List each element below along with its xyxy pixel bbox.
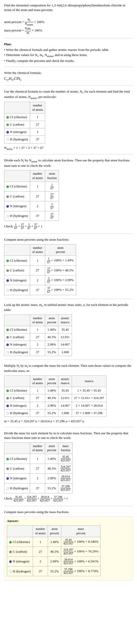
af-col-frac: atomfraction (45, 170, 59, 182)
dot-c-am (6, 336, 9, 339)
mm-pct-cl: 1.49% (45, 387, 58, 394)
ap-elem-n: N (nitrogen) (4, 275, 30, 285)
table-row: H (hydrogen) 37 3767 (4, 211, 59, 221)
mm-amass-cl: 35.45 (58, 387, 72, 394)
mf-col-atoms: numberof atoms (30, 442, 45, 454)
af-col-atoms: numberof atoms (30, 170, 45, 182)
ap-count-cl: 1 (30, 256, 45, 265)
table-row: C (carbon) 27 40.3% 12.011 (4, 334, 72, 341)
mpf-elem-c: C (carbon) (7, 547, 33, 557)
atom-fraction-section: Divide each Ni by Natoms to calculate at… (4, 158, 133, 230)
count-h: 37 (30, 136, 45, 143)
mass-percent-final-intro: Compute mass percents using the mass fra… (4, 510, 133, 514)
am-pct-h: 55.2% (45, 348, 58, 356)
table-row: H (hydrogen) 37 55.2% 37.296425.057 (4, 483, 73, 493)
mf-frac-c: 324.297425.057 (58, 464, 73, 473)
am-pct-c: 40.3% (45, 334, 58, 341)
divider-1 (4, 38, 133, 38)
divider-9 (4, 506, 133, 506)
dot-c-af (6, 195, 9, 198)
mpf-apct-cl: 1.49% (48, 537, 61, 547)
atomic-mass-table: numberof atoms atompercent atomicmass/u … (4, 315, 72, 356)
mass-fraction-section: Divide the mass for each element by m to… (4, 431, 133, 502)
table-row: N (nitrogen) 2 2.99% 28.014425.057 (4, 473, 73, 483)
dot-n-mpf (9, 560, 12, 563)
dot-c-mm (6, 397, 9, 399)
af-frac-c: 2767 (45, 191, 59, 201)
am-col-elem (4, 315, 30, 326)
dot-h (6, 138, 9, 141)
am-count-c: 27 (30, 334, 45, 341)
mpf-apct-n: 2.99% (48, 557, 61, 566)
mf-col-frac: massfraction (58, 442, 73, 454)
dot-cl-mm (6, 390, 9, 392)
mol-mass-intro: Multiply Ni by mi to compute the mass fo… (4, 363, 133, 373)
table-row: H (hydrogen) 37 55.2% 1.008 (4, 348, 72, 356)
mf-count-c: 27 (30, 464, 45, 473)
mf-check: Check: 35.45425.057 + 324.297425.057 + 2… (4, 495, 133, 502)
atomic-mass-intro: Look up the atomic mass, mi, in unified … (4, 303, 133, 313)
mpf-col-masspct: masspercent (61, 526, 101, 537)
table-row: N (nitrogen) 2 (4, 128, 45, 136)
mm-col-amass: atomicmass/u (58, 375, 72, 387)
mol-mass-section: Multiply Ni by mi to compute the mass fo… (4, 363, 133, 424)
formula-title: Write the chemical formula: (4, 71, 133, 75)
mm-col-pct: atompercent (45, 375, 58, 387)
af-elem-h: H (hydrogen) (4, 211, 30, 221)
count-c: 27 (30, 121, 45, 128)
ap-col-elem (4, 244, 30, 256)
am-elem-cl: Cl (chlorine) (4, 326, 30, 334)
mm-elem-c: C (carbon) (4, 394, 30, 402)
mm-elem-cl: Cl (chlorine) (4, 387, 30, 394)
mf-count-n: 2 (30, 473, 45, 483)
mass-percent-final-table: numberof atoms atompercent masspercent C… (7, 525, 101, 576)
atom-percent-intro: Compute atom percents using the atom fra… (4, 237, 133, 242)
table-row: N (nitrogen) 2 267 × 100% = 2.99% (4, 275, 76, 285)
plan-step-2: Determine values for Ni, mi, Natoms, and… (4, 53, 133, 58)
table-row: H (hydrogen) 37 3767 × 100% = 55.2% (4, 285, 76, 295)
mm-total: m = 35.45 u + 324.297 u + 28.014 u + 37.… (4, 419, 133, 424)
dot-h-am (6, 351, 9, 354)
mf-elem-n: N (nitrogen) (4, 473, 30, 483)
af-count-h: 37 (30, 211, 45, 221)
mf-col-elem (4, 442, 30, 454)
mf-frac-cl: 35.45425.057 (58, 454, 73, 464)
plan-list: Write the chemical formula and gather at… (4, 48, 133, 63)
am-pct-n: 2.99% (45, 341, 58, 348)
mm-pct-n: 2.99% (45, 402, 58, 409)
dot-n-mf (6, 477, 9, 480)
mpf-mpct-h: 37.296425.057 × 100% = 8.774% (61, 567, 101, 576)
answer-label: Answer: (7, 519, 130, 523)
am-count-cl: 1 (30, 326, 45, 334)
dot-cl-af (6, 185, 9, 188)
table-row: C (carbon) 27 2767 × 100% = 40.3% (4, 265, 76, 275)
divider-4 (4, 154, 133, 154)
am-col-pct: atompercent (45, 315, 58, 326)
count-col-element (4, 102, 30, 114)
mpf-col-atompct: atompercent (48, 526, 61, 537)
dot-c-mf (6, 468, 9, 470)
table-row: C (carbon) 27 (4, 121, 45, 128)
table-row: H (hydrogen) 37 55.2% 37.296425.057 × 10… (7, 567, 101, 576)
mm-amass-n: 14.007 (58, 402, 72, 409)
mpf-elem-cl: Cl (chlorine) (7, 537, 33, 547)
am-mass-cl: 35.45 (58, 326, 72, 334)
mpf-mpct-cl: 35.45425.057 × 100% = 8.340% (61, 537, 101, 547)
mass-percent-final-section: Compute mass percents using the mass fra… (4, 510, 133, 581)
am-count-n: 2 (30, 341, 45, 348)
dot-h-mpf (9, 570, 12, 573)
af-elem-c: C (carbon) (4, 191, 30, 201)
mm-amass-c: 12.011 (58, 394, 72, 402)
mm-col-elem (4, 375, 30, 387)
mpf-apct-h: 55.2% (48, 567, 61, 576)
table-row: Cl (chlorine) 1 1.49% 35.45425.057 (4, 454, 73, 464)
mf-frac-h: 37.296425.057 (58, 483, 73, 493)
am-col-atoms: numberof atoms (30, 315, 45, 326)
am-mass-c: 12.011 (58, 334, 72, 341)
mpf-count-c: 27 (33, 547, 48, 557)
am-mass-n: 14.007 (58, 341, 72, 348)
am-count-h: 37 (30, 348, 45, 356)
count-cl: 1 (30, 113, 45, 121)
intro-section: Find the elemental composition for 1,3–b… (4, 3, 133, 35)
count-col-atoms: numberof atoms (30, 102, 45, 114)
